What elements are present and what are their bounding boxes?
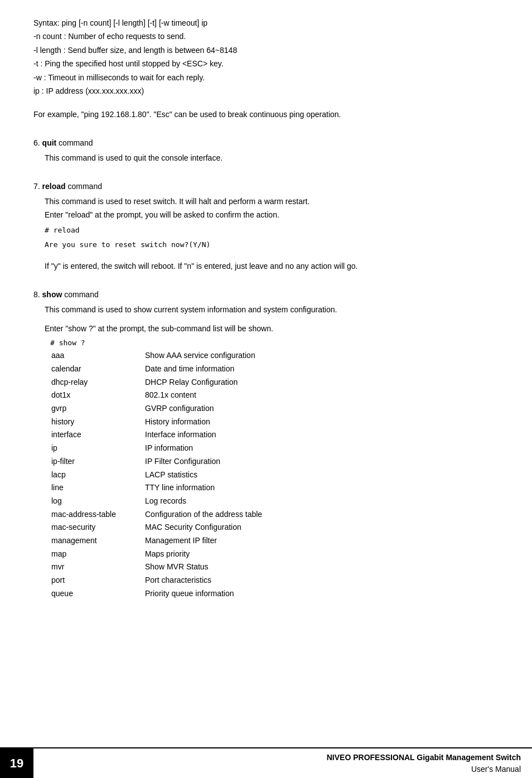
example-paragraph: For example, "ping 192.168.1.80". "Esc" … (33, 108, 499, 122)
show-cmd-cell: log (50, 495, 139, 508)
show-desc-cell: Port characteristics (139, 574, 499, 587)
section-reload-line1: This command is used to reset switch. It… (45, 195, 499, 209)
show-cmd-cell: map (50, 548, 139, 561)
show-desc-cell: Log records (139, 495, 499, 508)
show-desc-cell: IP Filter Configuration (139, 455, 499, 468)
section-quit-body: This command is used to quit the console… (33, 152, 499, 165)
show-desc-cell: 802.1x content (139, 389, 499, 402)
syntax-line4: -t : Ping the specified host until stopp… (33, 57, 499, 70)
show-desc-cell: Configuration of the address table (139, 508, 499, 521)
section-quit-text: This command is used to quit the console… (45, 152, 499, 165)
section-show-enter: Enter "show ?" at the prompt, the sub-co… (33, 324, 499, 600)
show-cmd-cell: dot1x (50, 389, 139, 402)
show-cmd-cell: ip-filter (50, 455, 139, 468)
show-cmd-cell: history (50, 415, 139, 429)
show-desc-cell: Priority queue information (139, 587, 499, 601)
syntax-line5: -w : Timeout in milliseconds to wait for… (33, 71, 499, 84)
show-desc-cell: Maps priority (139, 548, 499, 561)
show-cmd-cell: lacp (50, 468, 139, 482)
section-reload-body: This command is used to reset switch. It… (33, 195, 499, 251)
table-row: aaaShow AAA service configuration (50, 349, 499, 363)
show-hash-line: # show ? (50, 339, 499, 347)
section-reload-num: 7. (33, 182, 40, 191)
table-row: mvrShow MVR Status (50, 560, 499, 574)
show-cmd-cell: management (50, 534, 139, 548)
section-quit: 6. quit command This command is used to … (33, 138, 499, 165)
section-reload-code1: # reload (45, 224, 499, 236)
table-row: ipIP information (50, 442, 499, 455)
show-cmd-cell: mac-address-table (50, 508, 139, 521)
section-show-body: This command is used to show current sys… (33, 303, 499, 317)
show-cmd-cell: mac-security (50, 521, 139, 534)
section-reload-code2: Are you sure to reset switch now?(Y/N) (45, 239, 499, 251)
show-cmd-cell: ip (50, 442, 139, 455)
syntax-line2: -n count : Number of echo requests to se… (33, 30, 499, 42)
show-desc-cell: DHCP Relay Configuration (139, 376, 499, 389)
section-reload: 7. reload command This command is used t… (33, 182, 499, 273)
section-reload-para2: If "y" is entered, the switch will reboo… (33, 260, 499, 273)
syntax-line3: -l length : Send buffer size, and length… (33, 44, 499, 56)
table-row: queuePriority queue information (50, 587, 499, 601)
syntax-block: Syntax: ping [-n count] [-l length] [-t]… (33, 17, 499, 97)
table-row: map Maps priority (50, 548, 499, 561)
footer-manual: User's Manual (45, 763, 521, 775)
table-row: history History information (50, 415, 499, 429)
show-desc-cell: History information (139, 415, 499, 429)
show-desc-cell: IP information (139, 442, 499, 455)
show-desc-cell: TTY line information (139, 481, 499, 495)
show-command-table: aaaShow AAA service configurationcalenda… (50, 349, 499, 600)
show-cmd-cell: queue (50, 587, 139, 601)
show-cmd-cell: calendar (50, 363, 139, 376)
section-reload-suffix: command (66, 182, 102, 191)
section-reload-line2: Enter "reload" at the prompt, you will b… (45, 209, 499, 222)
section-show-num: 8. (33, 290, 40, 299)
show-desc-cell: MAC Security Configuration (139, 521, 499, 534)
show-cmd-cell: mvr (50, 560, 139, 574)
syntax-line6: ip : IP address (xxx.xxx.xxx.xxx) (33, 85, 499, 97)
show-desc-cell: Show MVR Status (139, 560, 499, 574)
table-row: logLog records (50, 495, 499, 508)
show-cmd-cell: port (50, 574, 139, 587)
footer-text: NIVEO PROFESSIONAL Gigabit Management Sw… (33, 752, 532, 775)
table-row: managementManagement IP filter (50, 534, 499, 548)
section-quit-suffix: command (56, 138, 93, 147)
section-show-cmd: show (42, 290, 62, 299)
table-row: mac-address-tableConfiguration of the ad… (50, 508, 499, 521)
table-row: dhcp-relayDHCP Relay Configuration (50, 376, 499, 389)
show-cmd-cell: gvrp (50, 402, 139, 415)
show-table-container: # show ? aaaShow AAA service configurati… (50, 339, 499, 600)
show-desc-cell: Date and time information (139, 363, 499, 376)
show-desc-cell: Interface information (139, 428, 499, 442)
table-row: gvrpGVRP configuration (50, 402, 499, 415)
show-desc-cell: LACP statistics (139, 468, 499, 482)
section-quit-cmd: quit (42, 138, 57, 147)
show-cmd-cell: dhcp-relay (50, 376, 139, 389)
footer-page-number: 19 (0, 748, 33, 778)
table-row: ip-filter IP Filter Configuration (50, 455, 499, 468)
section-quit-num: 6. (33, 138, 40, 147)
show-cmd-cell: line (50, 481, 139, 495)
section-show-text: This command is used to show current sys… (45, 303, 499, 317)
table-row: interface Interface information (50, 428, 499, 442)
section-show-title: 8. show command (33, 290, 499, 299)
section-show-suffix: command (62, 290, 98, 299)
table-row: lineTTY line information (50, 481, 499, 495)
table-row: lacpLACP statistics (50, 468, 499, 482)
section-quit-title: 6. quit command (33, 138, 499, 147)
footer-brand: NIVEO PROFESSIONAL Gigabit Management Sw… (45, 752, 521, 763)
footer: 19 NIVEO PROFESSIONAL Gigabit Management… (0, 747, 532, 778)
show-desc-cell: Show AAA service configuration (139, 349, 499, 363)
show-cmd-cell: interface (50, 428, 139, 442)
table-row: calendarDate and time information (50, 363, 499, 376)
table-row: dot1x 802.1x content (50, 389, 499, 402)
show-cmd-cell: aaa (50, 349, 139, 363)
section-show: 8. show command This command is used to … (33, 290, 499, 601)
section-reload-para2-text: If "y" is entered, the switch will reboo… (45, 260, 499, 273)
section-reload-title: 7. reload command (33, 182, 499, 191)
syntax-line1: Syntax: ping [-n count] [-l length] [-t]… (33, 17, 499, 29)
table-row: portPort characteristics (50, 574, 499, 587)
section-show-enter-text: Enter "show ?" at the prompt, the sub-co… (45, 324, 499, 333)
show-desc-cell: GVRP configuration (139, 402, 499, 415)
show-desc-cell: Management IP filter (139, 534, 499, 548)
table-row: mac-securityMAC Security Configuration (50, 521, 499, 534)
